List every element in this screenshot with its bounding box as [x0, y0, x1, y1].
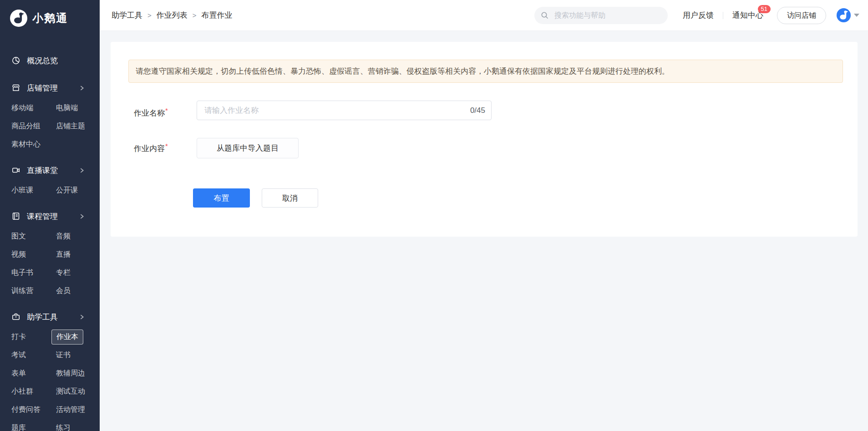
sidebar-item-电子书[interactable]: 电子书 [11, 264, 56, 282]
sidebar-item-小班课[interactable]: 小班课 [11, 181, 56, 199]
compliance-notice: 请您遵守国家相关规定，切勿上传低俗色情、暴力恐怖、虚假谣言、营销诈骗、侵权盗版等… [128, 60, 843, 83]
breadcrumb-separator: > [193, 11, 197, 19]
sidebar-item-商品分组[interactable]: 商品分组 [11, 117, 56, 135]
visit-store-button[interactable]: 访问店铺 [777, 7, 826, 24]
video-camera-icon [11, 166, 20, 175]
sidebar-item-店铺主题[interactable]: 店铺主题 [56, 117, 100, 135]
sidebar-subitems: 小班课公开课 [0, 181, 100, 199]
cancel-button[interactable]: 取消 [262, 188, 318, 208]
search-icon [541, 11, 549, 20]
sidebar-item-付费问答[interactable]: 付费问答 [11, 401, 56, 419]
required-asterisk: * [165, 106, 168, 114]
breadcrumb: 助学工具>作业列表>布置作业 [112, 10, 233, 20]
char-counter: 0/45 [470, 106, 485, 115]
required-asterisk: * [165, 142, 168, 150]
sidebar-section-label: 店铺管理 [27, 83, 58, 93]
top-header: 助学工具>作业列表>布置作业 用户反馈 通知中心 51 访问店铺 [100, 0, 868, 31]
sidebar-menu: 概况总览 店铺管理 移动端电脑端商品分组店铺主题素材中心 直播课堂 小班课公开课 [0, 51, 100, 431]
sidebar-item-直播[interactable]: 直播 [56, 245, 100, 264]
sidebar-item-证书[interactable]: 证书 [56, 346, 100, 364]
account-menu[interactable] [837, 8, 859, 22]
breadcrumb-item[interactable]: 助学工具 [112, 10, 142, 20]
breadcrumb-item[interactable]: 作业列表 [157, 10, 188, 20]
sidebar-section-label: 助学工具 [27, 312, 58, 322]
feedback-link[interactable]: 用户反馈 [683, 10, 714, 20]
homework-name-input[interactable] [203, 106, 470, 116]
header-right: 用户反馈 通知中心 51 访问店铺 [534, 7, 859, 24]
breadcrumb-separator: > [147, 11, 152, 19]
sidebar-item-练习[interactable]: 练习 [56, 419, 100, 431]
sidebar-section-直播课堂[interactable]: 直播课堂 [0, 161, 100, 179]
sidebar-item-题库[interactable]: 题库 [11, 419, 56, 431]
sidebar-item-公开课[interactable]: 公开课 [56, 181, 100, 199]
notification-center-link[interactable]: 通知中心 51 [732, 10, 763, 20]
sidebar-active-item-label: 作业本 [51, 330, 83, 345]
sidebar-section-概况总览[interactable]: 概况总览 [0, 51, 100, 70]
homework-name-label: 作业名称* [134, 101, 168, 120]
sidebar-item-音频[interactable]: 音频 [56, 227, 100, 245]
import-from-question-bank-button[interactable]: 从题库中导入题目 [197, 138, 299, 158]
chevron-right-icon [79, 314, 85, 320]
sidebar-subitems: 图文音频视频直播电子书专栏训练营会员 [0, 227, 100, 300]
goose-logo-icon [10, 10, 27, 27]
chevron-right-icon [79, 167, 85, 173]
sidebar-section-店铺管理[interactable]: 店铺管理 [0, 79, 100, 97]
sidebar-item-打卡[interactable]: 打卡 [11, 328, 56, 346]
content-card: 请您遵守国家相关规定，切勿上传低俗色情、暴力恐怖、虚假谣言、营销诈骗、侵权盗版等… [111, 42, 858, 237]
book-icon [11, 212, 20, 221]
notification-badge: 51 [758, 5, 771, 13]
sidebar-item-作业本[interactable]: 作业本 [56, 328, 100, 346]
sidebar-item-教辅周边[interactable]: 教辅周边 [56, 364, 100, 382]
search-box[interactable] [534, 7, 668, 24]
sidebar-section-课程管理[interactable]: 课程管理 [0, 207, 100, 225]
header-divider [723, 12, 723, 19]
brand-logo[interactable]: 小鹅通 [0, 0, 100, 29]
sidebar-section-助学工具[interactable]: 助学工具 [0, 308, 100, 326]
briefcase-icon [11, 312, 20, 321]
sidebar-item-考试[interactable]: 考试 [11, 346, 56, 364]
chevron-down-icon [854, 14, 859, 17]
sidebar: 小鹅通 概况总览 店铺管理 移动端电脑端商品分组店铺主题素材中心 直播课堂 [0, 0, 100, 431]
brand-name: 小鹅通 [32, 11, 68, 25]
sidebar-subitems: 打卡作业本考试证书表单教辅周边小社群测试互动付费问答活动管理题库练习 [0, 328, 100, 431]
sidebar-subitems: 移动端电脑端商品分组店铺主题素材中心 [0, 99, 100, 153]
sidebar-item-测试互动[interactable]: 测试互动 [56, 382, 100, 401]
homework-name-field: 0/45 [197, 101, 492, 120]
pie-chart-icon [11, 56, 20, 65]
chevron-right-icon [79, 85, 85, 91]
sidebar-section-label: 直播课堂 [27, 165, 58, 176]
sidebar-item-素材中心[interactable]: 素材中心 [11, 135, 56, 153]
sidebar-item-电脑端[interactable]: 电脑端 [56, 99, 100, 117]
avatar [837, 8, 851, 22]
sidebar-item-专栏[interactable]: 专栏 [56, 264, 100, 282]
sidebar-item-视频[interactable]: 视频 [11, 245, 56, 264]
sidebar-section-label: 概况总览 [27, 56, 58, 66]
sidebar-section-label: 课程管理 [27, 211, 58, 222]
assign-button[interactable]: 布置 [193, 188, 250, 208]
store-icon [11, 83, 20, 92]
search-input[interactable] [553, 11, 660, 20]
sidebar-item-活动管理[interactable]: 活动管理 [56, 401, 100, 419]
sidebar-item-会员[interactable]: 会员 [56, 282, 100, 300]
homework-content-label: 作业内容* [134, 136, 168, 156]
sidebar-item-训练营[interactable]: 训练营 [11, 282, 56, 300]
sidebar-item-小社群[interactable]: 小社群 [11, 382, 56, 401]
sidebar-item-移动端[interactable]: 移动端 [11, 99, 56, 117]
chevron-right-icon [79, 213, 85, 219]
sidebar-item-表单[interactable]: 表单 [11, 364, 56, 382]
breadcrumb-item: 布置作业 [202, 10, 233, 20]
notification-label: 通知中心 [732, 11, 763, 20]
sidebar-item-图文[interactable]: 图文 [11, 227, 56, 245]
